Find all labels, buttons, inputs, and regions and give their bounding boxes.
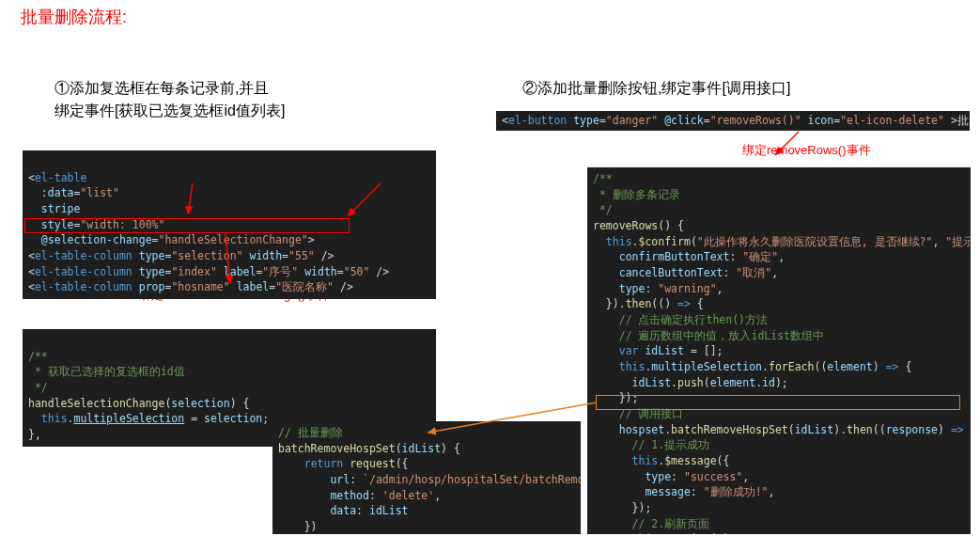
highlight-box-hospset-call	[596, 395, 960, 410]
code-remove-rows: /** * 删除多条记录 */ removeRows() { this.$con…	[587, 167, 971, 534]
code-el-button: <el-button type="danger" @click="removeR…	[496, 111, 970, 131]
step-2-text: ②添加批量删除按钮,绑定事件[调用接口]	[522, 77, 790, 100]
step-1-line-2: 绑定事件[获取已选复选框id值列表]	[54, 102, 285, 118]
highlight-box-el-table-column	[24, 218, 350, 233]
code-batch-remove: // 批量删除 batchRemoveHospSet(idList) { ret…	[272, 421, 581, 534]
page-title: 批量删除流程:	[21, 6, 127, 28]
step-1-line-1: ①添加复选框在每条记录前,并且	[54, 80, 269, 96]
step-1-text: ①添加复选框在每条记录前,并且 绑定事件[获取已选复选框id值列表]	[54, 77, 285, 122]
annotation-bind-remove: 绑定removeRows()事件	[742, 142, 871, 159]
